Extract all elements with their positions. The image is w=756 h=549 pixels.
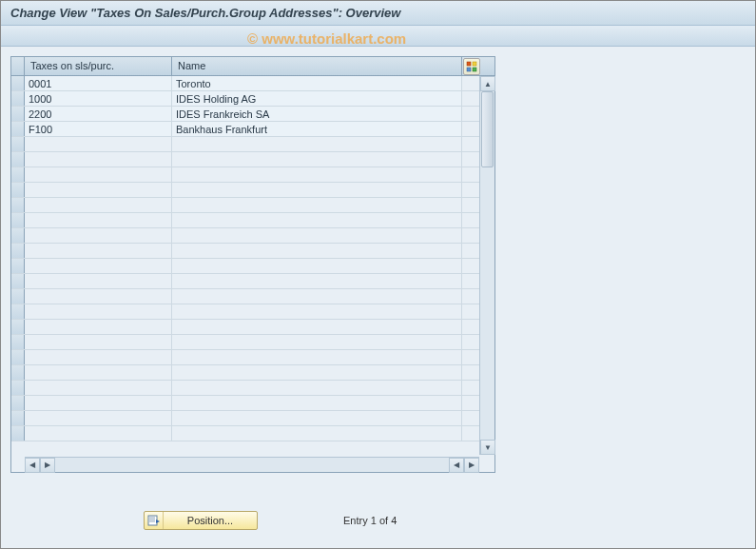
table-row-empty — [11, 137, 494, 152]
table-row[interactable]: 0001Toronto — [11, 76, 494, 91]
cell-code[interactable] — [25, 259, 172, 273]
cell-code[interactable] — [25, 289, 172, 304]
cell-code[interactable] — [25, 137, 172, 151]
row-selector[interactable] — [11, 213, 25, 227]
row-selector[interactable] — [11, 320, 25, 334]
cell-name[interactable]: Bankhaus Frankfurt — [172, 122, 462, 136]
row-selector[interactable] — [11, 304, 25, 319]
row-selector[interactable] — [11, 76, 25, 90]
row-selector[interactable] — [11, 167, 25, 182]
cell-name[interactable] — [172, 335, 462, 349]
scroll-up-button[interactable]: ▲ — [480, 76, 495, 91]
row-selector[interactable] — [11, 91, 25, 106]
table-row-empty — [11, 152, 494, 167]
cell-name[interactable] — [172, 259, 462, 273]
cell-code[interactable]: 2200 — [25, 107, 172, 121]
row-selector[interactable] — [11, 426, 25, 441]
cell-name[interactable] — [172, 304, 462, 319]
scroll-track-vertical[interactable] — [480, 91, 494, 440]
cell-code[interactable] — [25, 198, 172, 212]
table-row[interactable]: 2200IDES Frankreich SA — [11, 107, 494, 122]
cell-name[interactable] — [172, 381, 462, 395]
cell-code[interactable] — [25, 335, 172, 349]
cell-name[interactable] — [172, 365, 462, 380]
cell-code[interactable] — [25, 426, 172, 441]
row-selector[interactable] — [11, 259, 25, 273]
vertical-scrollbar[interactable]: ▲ ▼ — [479, 76, 494, 455]
cell-name[interactable] — [172, 350, 462, 364]
cell-name[interactable] — [172, 213, 462, 227]
table-row-empty — [11, 335, 494, 350]
column-header-name[interactable]: Name — [172, 57, 462, 75]
horizontal-scrollbar[interactable]: ◀ ▶ ◀ ▶ — [25, 457, 479, 472]
cell-code[interactable] — [25, 167, 172, 182]
cell-name[interactable] — [172, 289, 462, 304]
cell-name[interactable] — [172, 228, 462, 243]
scroll-right-end-button[interactable]: ▶ — [464, 458, 479, 473]
scroll-right-button[interactable]: ◀ — [449, 458, 464, 473]
cell-name[interactable] — [172, 167, 462, 182]
svg-rect-4 — [148, 516, 157, 525]
row-selector[interactable] — [11, 122, 25, 136]
table-settings-button[interactable] — [463, 58, 480, 75]
cell-name[interactable] — [172, 137, 462, 151]
cell-code[interactable]: 1000 — [25, 91, 172, 106]
row-selector[interactable] — [11, 274, 25, 288]
cell-code[interactable] — [25, 183, 172, 197]
scroll-left-start-button[interactable]: ◀ — [25, 458, 40, 473]
cell-name[interactable] — [172, 183, 462, 197]
cell-name[interactable] — [172, 426, 462, 441]
row-selector[interactable] — [11, 289, 25, 304]
cell-code[interactable]: F100 — [25, 122, 172, 136]
table-row-empty — [11, 289, 494, 304]
table-row-empty — [11, 228, 494, 244]
cell-name[interactable] — [172, 411, 462, 425]
cell-code[interactable] — [25, 381, 172, 395]
cell-name[interactable] — [172, 152, 462, 167]
scroll-thumb-vertical[interactable] — [481, 91, 494, 167]
cell-code[interactable] — [25, 152, 172, 167]
cell-code[interactable] — [25, 411, 172, 425]
table-row-empty — [11, 396, 494, 411]
row-selector-header[interactable] — [11, 57, 25, 75]
row-selector[interactable] — [11, 381, 25, 395]
cell-code[interactable] — [25, 244, 172, 258]
column-header-code[interactable]: Taxes on sls/purc. — [25, 57, 172, 75]
scroll-left-button[interactable]: ▶ — [40, 458, 55, 473]
row-selector[interactable] — [11, 183, 25, 197]
cell-code[interactable]: 0001 — [25, 76, 172, 90]
cell-name[interactable] — [172, 396, 462, 410]
cell-name[interactable] — [172, 244, 462, 258]
cell-code[interactable] — [25, 396, 172, 410]
cell-name[interactable] — [172, 320, 462, 334]
cell-code[interactable] — [25, 304, 172, 319]
cell-name[interactable]: IDES Holding AG — [172, 91, 462, 106]
cell-name[interactable]: Toronto — [172, 76, 462, 90]
row-selector[interactable] — [11, 365, 25, 380]
chevron-left-icon: ◀ — [454, 461, 459, 469]
row-selector[interactable] — [11, 228, 25, 243]
position-button[interactable]: Position... — [144, 511, 258, 530]
scroll-down-button[interactable]: ▼ — [480, 440, 495, 455]
cell-code[interactable] — [25, 213, 172, 227]
cell-code[interactable] — [25, 228, 172, 243]
table-row[interactable]: F100Bankhaus Frankfurt — [11, 122, 494, 137]
row-selector[interactable] — [11, 244, 25, 258]
row-selector[interactable] — [11, 350, 25, 364]
cell-name[interactable] — [172, 198, 462, 212]
row-selector[interactable] — [11, 152, 25, 167]
row-selector[interactable] — [11, 137, 25, 151]
cell-name[interactable]: IDES Frankreich SA — [172, 107, 462, 121]
row-selector[interactable] — [11, 107, 25, 121]
row-selector[interactable] — [11, 411, 25, 425]
cell-code[interactable] — [25, 365, 172, 380]
table-row[interactable]: 1000IDES Holding AG — [11, 91, 494, 107]
chevron-down-icon: ▼ — [484, 443, 492, 452]
cell-code[interactable] — [25, 350, 172, 364]
row-selector[interactable] — [11, 335, 25, 349]
row-selector[interactable] — [11, 198, 25, 212]
cell-name[interactable] — [172, 274, 462, 288]
cell-code[interactable] — [25, 320, 172, 334]
cell-code[interactable] — [25, 274, 172, 288]
row-selector[interactable] — [11, 396, 25, 410]
